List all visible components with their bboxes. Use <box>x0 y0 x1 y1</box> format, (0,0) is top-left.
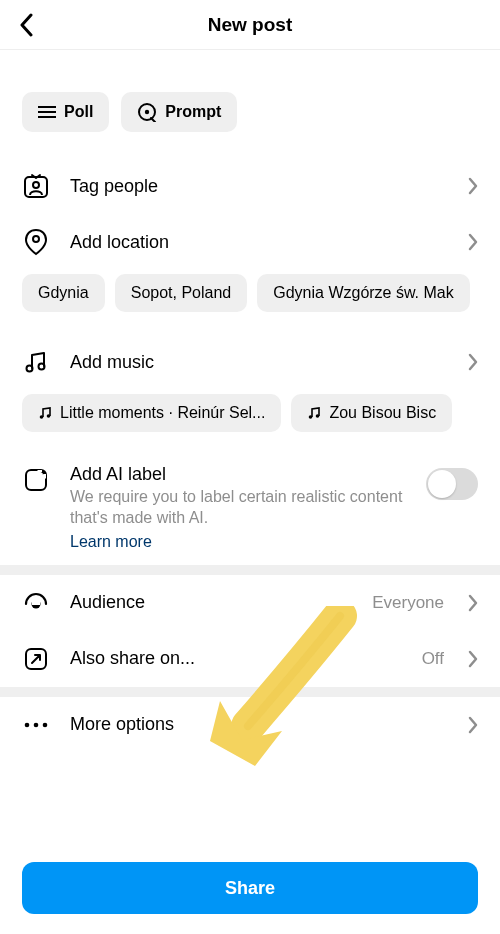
ai-label-toggle[interactable] <box>426 468 478 500</box>
audience-label: Audience <box>70 592 352 613</box>
prompt-chip[interactable]: Prompt <box>121 92 237 132</box>
audience-value: Everyone <box>372 593 444 613</box>
location-suggestions: Gdynia Sopot, Poland Gdynia Wzgórze św. … <box>0 270 500 334</box>
chevron-right-icon <box>468 233 478 251</box>
music-suggestion[interactable]: Little moments · Reinúr Sel... <box>22 394 281 432</box>
poll-chip[interactable]: Poll <box>22 92 109 132</box>
svg-point-13 <box>316 414 320 418</box>
music-suggestions: Little moments · Reinúr Sel... Zou Bisou… <box>0 390 500 454</box>
music-note-icon <box>38 406 52 420</box>
svg-point-11 <box>47 414 51 418</box>
music-suggestion-label: Little moments · Reinúr Sel... <box>60 404 265 422</box>
chevron-right-icon <box>468 716 478 734</box>
chevron-right-icon <box>468 177 478 195</box>
share-on-value: Off <box>422 649 444 669</box>
share-on-icon <box>22 645 50 673</box>
svg-point-7 <box>33 236 39 242</box>
location-suggestion[interactable]: Gdynia <box>22 274 105 312</box>
location-suggestion[interactable]: Gdynia Wzgórze św. Mak <box>257 274 470 312</box>
ai-label-desc: We require you to label certain realisti… <box>70 487 406 529</box>
poll-icon <box>38 105 56 119</box>
share-on-label: Also share on... <box>70 648 402 669</box>
prompt-label: Prompt <box>165 103 221 121</box>
share-button-label: Share <box>225 878 275 899</box>
svg-point-19 <box>34 722 39 727</box>
more-icon <box>22 711 50 739</box>
header: New post <box>0 0 500 50</box>
toggle-knob <box>428 470 456 498</box>
audience-icon <box>22 589 50 617</box>
chevron-right-icon <box>468 353 478 371</box>
music-suggestion[interactable]: Zou Bisou Bisc <box>291 394 452 432</box>
add-music-row[interactable]: Add music <box>0 334 500 390</box>
back-button[interactable] <box>14 12 40 38</box>
svg-point-12 <box>309 415 313 419</box>
more-options-row[interactable]: More options <box>0 697 500 753</box>
audience-row[interactable]: Audience Everyone <box>0 575 500 631</box>
prompt-icon <box>137 102 157 122</box>
location-icon <box>22 228 50 256</box>
ai-label-title: Add AI label <box>70 464 406 485</box>
tag-people-icon <box>22 172 50 200</box>
svg-point-9 <box>39 364 45 370</box>
attachment-chips: Poll Prompt <box>0 92 500 158</box>
tag-people-label: Tag people <box>70 176 448 197</box>
location-suggestion[interactable]: Sopot, Poland <box>115 274 248 312</box>
add-location-label: Add location <box>70 232 448 253</box>
svg-point-18 <box>25 722 30 727</box>
ai-learn-more-link[interactable]: Learn more <box>70 533 406 551</box>
more-options-label: More options <box>70 714 448 735</box>
share-button[interactable]: Share <box>22 862 478 914</box>
svg-point-20 <box>43 722 48 727</box>
share-on-row[interactable]: Also share on... Off <box>0 631 500 687</box>
separator <box>0 687 500 697</box>
chevron-left-icon <box>19 13 35 37</box>
svg-point-8 <box>27 366 33 372</box>
tag-people-row[interactable]: Tag people <box>0 158 500 214</box>
ai-label-icon <box>22 466 50 494</box>
separator <box>0 565 500 575</box>
page-title: New post <box>208 14 292 36</box>
svg-rect-16 <box>32 599 40 605</box>
svg-point-10 <box>40 415 44 419</box>
music-note-icon <box>307 406 321 420</box>
ai-label-row: Add AI label We require you to label cer… <box>0 454 500 565</box>
svg-point-4 <box>145 110 149 114</box>
chevron-right-icon <box>468 650 478 668</box>
poll-label: Poll <box>64 103 93 121</box>
music-suggestion-label: Zou Bisou Bisc <box>329 404 436 422</box>
chevron-right-icon <box>468 594 478 612</box>
music-icon <box>22 348 50 376</box>
add-music-label: Add music <box>70 352 448 373</box>
svg-point-6 <box>33 182 39 188</box>
add-location-row[interactable]: Add location <box>0 214 500 270</box>
